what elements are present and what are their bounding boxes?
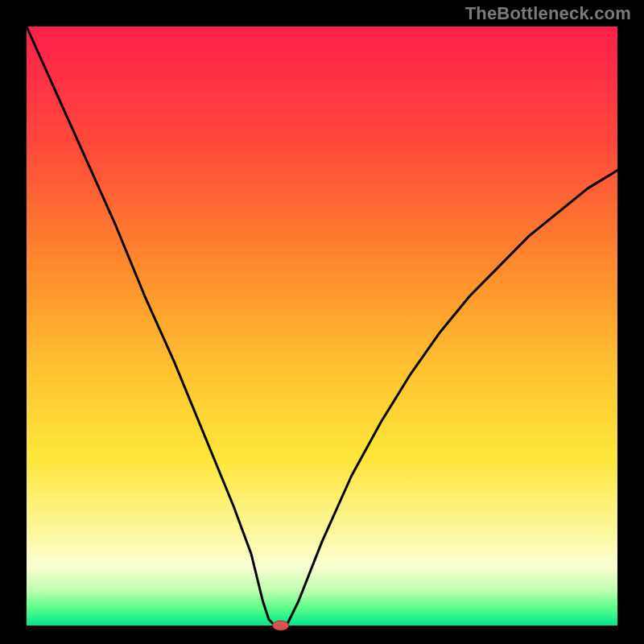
bottleneck-chart	[0, 0, 644, 644]
plot-background	[27, 27, 617, 625]
min-marker	[273, 621, 289, 630]
chart-frame: TheBottleneck.com	[0, 0, 644, 644]
watermark-text: TheBottleneck.com	[465, 3, 631, 24]
